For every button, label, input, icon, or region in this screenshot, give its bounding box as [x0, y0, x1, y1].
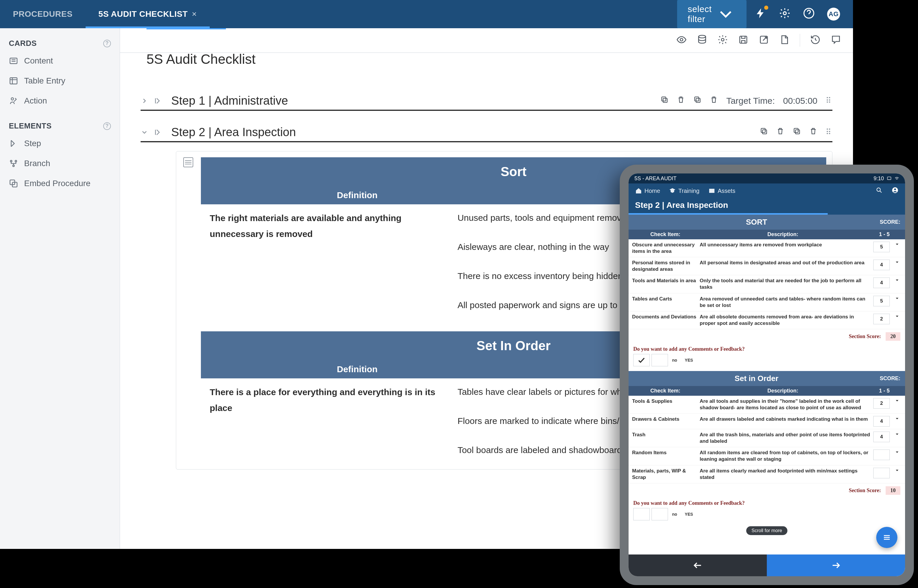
help-button[interactable]	[803, 7, 815, 21]
tablet-device: 5S - AREA AUDIT 9:10 Home Training Asset…	[620, 165, 914, 585]
cards-group-title: CARDS ?	[0, 34, 120, 51]
t-row-score[interactable]: 5	[873, 296, 890, 306]
save-button[interactable]	[738, 34, 749, 46]
t-sort-toggle-box[interactable]	[633, 354, 650, 366]
sidebar-card-table-entry[interactable]: Table Entry	[0, 71, 120, 91]
save-icon	[738, 34, 749, 45]
tablet-fab[interactable]	[876, 527, 897, 548]
tablet-title: Step 2 | Area Inspection	[628, 198, 905, 215]
t-row-score[interactable]	[873, 449, 890, 460]
nav-home-label: Home	[644, 187, 660, 194]
sidebar-card-content[interactable]: Content	[0, 51, 120, 71]
export-button[interactable]	[759, 34, 769, 46]
user-avatar[interactable]: AG	[827, 8, 840, 21]
t-sort-comment-q: Do you want to add any Comments or Feedb…	[628, 344, 905, 353]
preview-button[interactable]	[676, 34, 687, 46]
copy2-button[interactable]	[793, 127, 801, 137]
sidebar-element-step[interactable]: Step	[0, 134, 120, 153]
t-sort-title: SORT	[633, 218, 880, 227]
delete2-button[interactable]	[710, 95, 718, 106]
step-1-title[interactable]: Step 1 | Administrative	[171, 94, 288, 107]
drag-handle-icon[interactable]: ⠿	[826, 96, 832, 105]
history-button[interactable]	[810, 34, 821, 46]
copy2-button[interactable]	[693, 95, 701, 106]
tablet-clock: 9:10	[874, 176, 884, 182]
tab-procedures[interactable]: PROCEDURES	[0, 0, 86, 28]
step-2-collapse[interactable]	[141, 128, 161, 136]
tablet-back-button[interactable]	[628, 554, 767, 576]
copy-button[interactable]	[661, 95, 669, 106]
card-content-label: Content	[24, 56, 53, 66]
help-icon	[803, 7, 815, 19]
step-2-title[interactable]: Step 2 | Area Inspection	[171, 126, 296, 139]
t-sort-toggle-box2[interactable]	[651, 354, 668, 366]
t-row-caret[interactable]	[893, 260, 902, 265]
t-sio-toggle-box2[interactable]	[651, 508, 668, 520]
t-row: Trash Are all the trash bins, materials …	[628, 429, 905, 447]
t-row-score[interactable]	[873, 468, 890, 478]
t-sort-toggle-labels: no YES	[670, 358, 693, 362]
t-row-caret[interactable]	[893, 314, 902, 319]
tab-active[interactable]: 5S AUDIT CHECKLIST ×	[86, 0, 210, 28]
t-row-desc: Are all the trash bins, materials and ot…	[700, 431, 870, 444]
target-time-value[interactable]: 00:05:00	[783, 96, 818, 106]
elements-help-icon[interactable]: ?	[103, 122, 111, 130]
sidebar-element-embed[interactable]: Embed Procedure	[0, 173, 120, 194]
tablet-scroll[interactable]: SORT SCORE: Check Item: Description: 1 -…	[628, 215, 905, 554]
t-row: Obscure and unnecessary items in the are…	[628, 239, 905, 257]
t-row-caret[interactable]	[893, 398, 902, 403]
t-row-caret[interactable]	[893, 242, 902, 247]
t-row-score[interactable]: 5	[873, 242, 890, 252]
delete-button[interactable]	[776, 127, 784, 137]
check-item-label: Check Item:	[633, 388, 698, 394]
t-row-item: Documents and Deviations	[632, 314, 697, 320]
svg-rect-16	[662, 97, 666, 101]
database-button[interactable]	[697, 34, 708, 46]
trash2-icon	[809, 127, 818, 135]
assets-icon	[708, 187, 716, 194]
svg-rect-18	[695, 97, 699, 101]
tablet-next-button[interactable]	[767, 554, 905, 576]
t-row-caret[interactable]	[893, 449, 902, 455]
delete-button[interactable]	[677, 95, 685, 106]
pdf-button[interactable]	[779, 34, 790, 46]
comment-button[interactable]	[831, 34, 841, 46]
t-row-score[interactable]: 4	[873, 278, 890, 288]
close-tab-icon[interactable]: ×	[192, 10, 197, 19]
setinorder-definition: There is a place for everything and ever…	[204, 384, 452, 457]
step-1-collapse[interactable]	[141, 97, 161, 105]
settings-button[interactable]	[779, 7, 791, 21]
account-icon	[892, 187, 899, 194]
t-row-score[interactable]: 2	[873, 398, 890, 409]
t-row-desc: Are all obsolete documents removed from …	[700, 314, 870, 326]
t-row-score[interactable]: 4	[873, 260, 890, 270]
t-row-caret[interactable]	[893, 431, 902, 437]
svg-point-27	[894, 189, 896, 190]
drag-handle-icon[interactable]: ⠿	[826, 128, 832, 137]
copy-button[interactable]	[760, 127, 768, 137]
tablet-search-button[interactable]	[876, 187, 883, 195]
t-row-caret[interactable]	[893, 416, 902, 421]
tablet-nav-home[interactable]: Home	[635, 187, 660, 194]
export-icon	[759, 34, 769, 45]
t-row-caret[interactable]	[893, 468, 902, 473]
sidebar-card-action[interactable]: Action	[0, 91, 120, 111]
t-row-caret[interactable]	[893, 278, 902, 283]
t-row-score[interactable]: 4	[873, 416, 890, 426]
configure-button[interactable]	[717, 34, 728, 46]
bolt-button[interactable]	[755, 7, 766, 21]
t-row-desc: Are all tools and supplies in their "hom…	[700, 398, 870, 411]
tablet-nav-assets[interactable]: Assets	[708, 187, 735, 194]
t-sio-toggle-box[interactable]	[633, 508, 650, 520]
tablet-account-button[interactable]	[892, 187, 899, 195]
t-row: Drawers & Cabinets Are all drawers label…	[628, 414, 905, 429]
t-row-caret[interactable]	[893, 296, 902, 301]
delete2-button[interactable]	[809, 127, 818, 137]
sidebar-element-branch[interactable]: Branch	[0, 153, 120, 173]
t-row-score[interactable]: 2	[873, 314, 890, 324]
select-filter-dropdown[interactable]: select filter	[677, 0, 746, 28]
t-row-score[interactable]: 4	[873, 431, 890, 442]
cards-help-icon[interactable]: ?	[103, 40, 111, 47]
sidebar: CARDS ? Content Table Entry Action ELEME…	[0, 28, 120, 549]
tablet-nav-training[interactable]: Training	[669, 187, 699, 194]
